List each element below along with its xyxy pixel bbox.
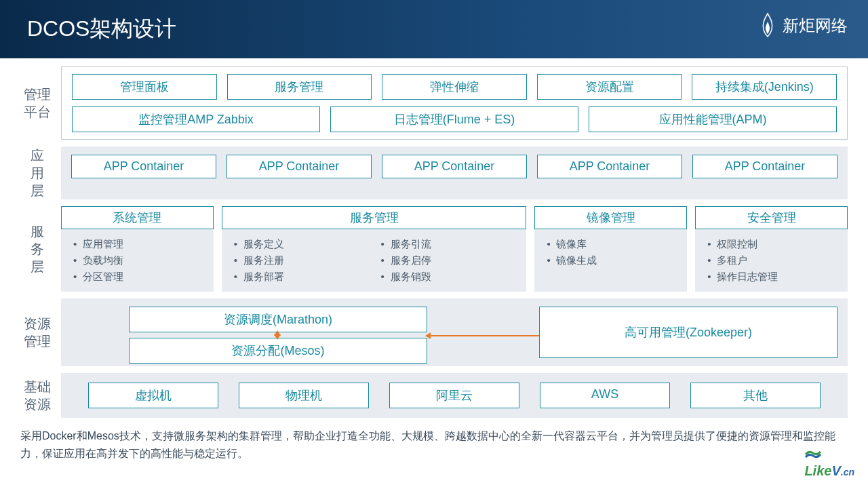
brand-logo: 新炬网络 (758, 12, 848, 39)
list-item: 多租户 (707, 252, 835, 269)
app-container-2: APP Container (382, 155, 527, 178)
list-item: 镜像生成 (547, 252, 675, 269)
list-item: 服务销毁 (381, 269, 515, 285)
service-group-0: 系统管理应用管理负载均衡分区管理 (61, 206, 214, 292)
layer-label-mgmt: 管理 平台 (20, 66, 61, 140)
service-group-body: 服务定义服务注册服务部署服务引流服务启停服务销毁 (222, 229, 527, 292)
layer-label-infra: 基础 资源 (20, 373, 61, 418)
infra-box-2: 阿里云 (389, 383, 519, 408)
mgmt-box-0: 管理面板 (72, 74, 217, 100)
infra-box-1: 物理机 (239, 383, 369, 408)
watermark-logo: LikeV.cn (804, 448, 854, 479)
description-text: 采用Docker和Mesos技术，支持微服务架构的集群管理，帮助企业打造全功能、… (0, 422, 868, 462)
service-group-3: 安全管理权限控制多租户操作日志管理 (695, 206, 848, 292)
service-group-1: 服务管理服务定义服务注册服务部署服务引流服务启停服务销毁 (222, 206, 527, 292)
service-group-2: 镜像管理镜像库镜像生成 (534, 206, 687, 292)
layer-resource: 资源 管理 资源调度(Marathon) 资源分配(Mesos) 高可用管理(Z… (20, 298, 848, 366)
app-container-0: APP Container (71, 155, 216, 178)
box-zookeeper: 高可用管理(Zookeeper) (539, 307, 837, 358)
list-item: 操作日志管理 (707, 269, 835, 285)
list-item: 服务引流 (381, 236, 515, 252)
service-group-title: 服务管理 (222, 206, 527, 229)
layer-service: 服 务 层 系统管理应用管理负载均衡分区管理服务管理服务定义服务注册服务部署服务… (20, 206, 848, 292)
list-item: 分区管理 (73, 269, 201, 285)
layer-label-res: 资源 管理 (20, 298, 61, 366)
mgmt-box2-1: 日志管理(Flume + ES) (330, 106, 578, 132)
list-item: 服务注册 (234, 252, 368, 269)
list-item: 镜像库 (547, 236, 675, 252)
mgmt-box-3: 资源配置 (537, 74, 682, 100)
service-group-title: 系统管理 (61, 206, 214, 229)
service-group-title: 镜像管理 (534, 206, 687, 229)
layer-management: 管理 平台 管理面板服务管理弹性伸缩资源配置持续集成(Jenkins) 监控管理… (20, 66, 848, 140)
infra-box-3: AWS (540, 383, 670, 408)
layer-label-svc: 服 务 层 (20, 206, 61, 292)
service-group-title: 安全管理 (695, 206, 848, 229)
service-group-body: 镜像库镜像生成 (534, 229, 687, 292)
mgmt-box-4: 持续集成(Jenkins) (692, 74, 837, 100)
architecture-diagram: 管理 平台 管理面板服务管理弹性伸缩资源配置持续集成(Jenkins) 监控管理… (0, 58, 868, 418)
list-item: 权限控制 (707, 236, 835, 252)
slide-header: DCOS架构设计 新炬网络 (0, 0, 868, 58)
brand-text: 新炬网络 (783, 15, 848, 37)
app-container-1: APP Container (226, 155, 372, 178)
flame-icon (758, 12, 777, 39)
infra-box-4: 其他 (690, 383, 821, 408)
infra-box-0: 虚拟机 (88, 383, 218, 408)
layer-label-app: 应 用 层 (20, 147, 61, 199)
service-group-body: 权限控制多租户操作日志管理 (695, 229, 848, 292)
slide-title: DCOS架构设计 (27, 14, 176, 44)
service-group-body: 应用管理负载均衡分区管理 (61, 229, 214, 292)
arrow-vertical-icon (277, 332, 278, 338)
layer-application: 应 用 层 APP ContainerAPP ContainerAPP Cont… (20, 147, 848, 199)
mgmt-box2-2: 应用性能管理(APM) (589, 106, 837, 132)
mgmt-box-2: 弹性伸缩 (382, 74, 527, 100)
list-item: 服务定义 (234, 236, 368, 252)
layer-infrastructure: 基础 资源 虚拟机物理机阿里云AWS其他 (20, 373, 848, 418)
mgmt-box2-0: 监控管理AMP Zabbix (72, 106, 320, 132)
list-item: 服务启停 (381, 252, 515, 269)
app-container-4: APP Container (692, 155, 837, 178)
list-item: 服务部署 (234, 269, 368, 285)
wave-icon (804, 448, 822, 459)
app-container-3: APP Container (537, 155, 682, 178)
list-item: 应用管理 (73, 236, 201, 252)
list-item: 负载均衡 (73, 252, 201, 269)
mgmt-box-1: 服务管理 (227, 74, 372, 100)
